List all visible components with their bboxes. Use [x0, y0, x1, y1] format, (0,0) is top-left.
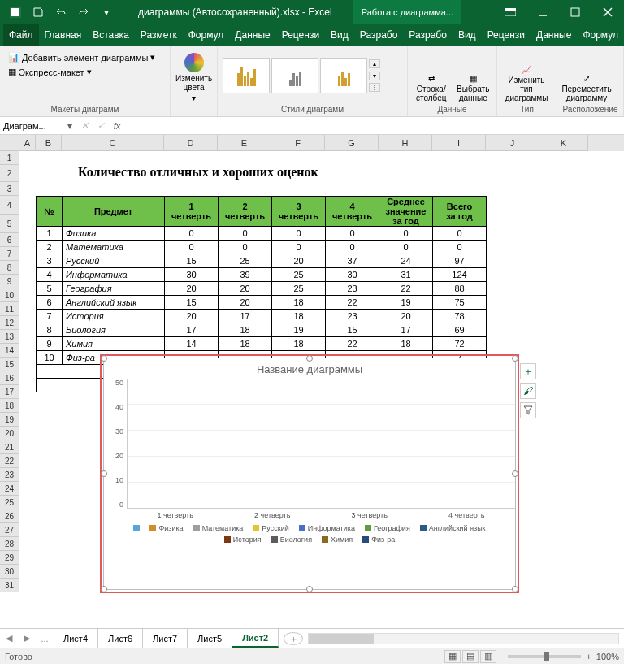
tab-формул[interactable]: Формул — [577, 24, 624, 46]
table-cell[interactable]: 8 — [37, 323, 63, 337]
ribbon-display-icon[interactable] — [494, 0, 526, 24]
table-cell[interactable]: Биология — [63, 323, 165, 337]
row-header[interactable]: 6 — [0, 233, 20, 247]
table-cell[interactable]: 0 — [433, 227, 487, 241]
column-header[interactable]: I — [432, 135, 486, 151]
column-headers[interactable]: ABCDEFGHIJK — [0, 135, 624, 151]
qat-dropdown-icon[interactable]: ▾ — [96, 2, 117, 22]
column-header[interactable]: E — [218, 135, 271, 151]
sheet-tab[interactable]: Лист4 — [54, 629, 98, 648]
table-cell[interactable]: 0 — [379, 241, 433, 254]
zoom-out-icon[interactable]: − — [498, 652, 503, 661]
row-header[interactable]: 7 — [0, 247, 20, 261]
name-box-dropdown-icon[interactable]: ▾ — [63, 117, 76, 134]
table-header-cell[interactable]: Предмет — [63, 197, 165, 227]
select-data-button[interactable]: ▦Выбрать данные — [455, 49, 492, 102]
table-cell[interactable]: 0 — [272, 241, 326, 254]
quick-layout-button[interactable]: ▦Экспресс-макет ▾ — [5, 65, 95, 79]
table-cell[interactable]: История — [63, 310, 165, 323]
table-cell[interactable]: 10 — [37, 351, 63, 365]
table-cell[interactable]: 15 — [326, 323, 379, 337]
row-header[interactable]: 2 — [0, 165, 20, 182]
row-header[interactable]: 14 — [0, 344, 20, 358]
table-cell[interactable]: География — [63, 282, 165, 296]
fx-icon[interactable]: fx — [109, 117, 125, 134]
table-cell[interactable]: 78 — [433, 310, 487, 323]
table-cell[interactable]: 3 — [37, 254, 63, 268]
row-header[interactable]: 25 — [0, 496, 20, 509]
sheets-overflow-icon[interactable]: ... — [36, 634, 54, 644]
row-header[interactable]: 4 — [0, 196, 20, 215]
table-header-cell[interactable]: № — [37, 197, 63, 227]
table-header-cell[interactable]: Всегоза год — [433, 197, 487, 227]
change-chart-type-button[interactable]: 📈Изменить тип диаграммы — [502, 49, 551, 102]
table-cell[interactable]: 6 — [37, 296, 63, 310]
sheet-tab[interactable]: Лист7 — [143, 629, 188, 648]
table-cell[interactable]: 30 — [165, 268, 219, 282]
table-cell[interactable]: 4 — [37, 268, 63, 282]
ribbon-tab[interactable]: Разметк — [135, 24, 183, 46]
row-header[interactable]: 20 — [0, 427, 20, 440]
row-header[interactable]: 15 — [0, 358, 20, 371]
table-cell[interactable]: 0 — [165, 241, 219, 254]
row-header[interactable]: 17 — [0, 385, 20, 399]
minimize-icon[interactable] — [526, 0, 559, 24]
table-cell[interactable]: 22 — [326, 337, 379, 351]
ribbon-tab[interactable]: Формул — [183, 24, 230, 46]
table-header-cell[interactable]: 2четверть — [219, 197, 272, 227]
table-cell[interactable]: 72 — [433, 337, 487, 351]
table-cell[interactable]: 124 — [433, 268, 487, 282]
row-header[interactable]: 1 — [0, 151, 20, 165]
change-colors-button[interactable]: Изменить цвета ▾ — [176, 49, 212, 102]
table-cell[interactable]: 20 — [219, 282, 272, 296]
sheet-tab[interactable]: Лист2 — [232, 629, 279, 648]
sheet-tab[interactable]: Лист5 — [188, 629, 232, 648]
legend-item[interactable]: Английский язык — [420, 524, 486, 532]
table-cell[interactable]: 97 — [433, 254, 487, 268]
table-cell[interactable]: 20 — [219, 296, 272, 310]
gallery-more-icon[interactable]: ⋮ — [369, 83, 380, 92]
page-break-view-icon[interactable]: ▥ — [480, 650, 496, 663]
cancel-formula-icon[interactable]: ✕ — [76, 117, 93, 134]
ribbon-tab[interactable]: Вид — [325, 24, 354, 46]
table-cell[interactable]: 2 — [37, 241, 63, 254]
gallery-down-icon[interactable]: ▾ — [369, 72, 380, 80]
gallery-up-icon[interactable]: ▴ — [369, 59, 380, 68]
row-header[interactable]: 24 — [0, 482, 20, 496]
legend-item[interactable]: Русский — [253, 524, 288, 532]
close-icon[interactable] — [592, 0, 624, 24]
table-cell[interactable]: Информатика — [63, 268, 165, 282]
table-cell[interactable]: 69 — [433, 323, 487, 337]
row-header[interactable]: 22 — [0, 454, 20, 468]
column-header[interactable]: H — [379, 135, 432, 151]
move-chart-button[interactable]: ⤢Переместить диаграмму — [562, 49, 611, 102]
select-all-corner[interactable] — [0, 135, 20, 151]
table-cell[interactable]: 22 — [379, 282, 433, 296]
table-cell[interactable]: 20 — [165, 282, 219, 296]
table-cell[interactable]: 24 — [379, 254, 433, 268]
table-cell[interactable]: Английский язык — [63, 296, 165, 310]
table-cell[interactable]: 25 — [272, 282, 326, 296]
table-cell[interactable]: 0 — [219, 227, 272, 241]
tab-разрабо[interactable]: Разрабо — [403, 24, 453, 46]
legend-item[interactable]: Химия — [322, 535, 353, 544]
ribbon-tab[interactable]: Рецензи — [276, 24, 325, 46]
table-header-cell[interactable]: 1четверть — [165, 197, 219, 227]
table-cell[interactable]: 75 — [433, 296, 487, 310]
table-cell[interactable]: 18 — [379, 337, 433, 351]
ribbon-tab[interactable]: Вставка — [87, 24, 135, 46]
undo-icon[interactable] — [50, 2, 72, 22]
chart-legend[interactable]: ФизикаМатематикаРусскийИнформатикаГеогра… — [104, 519, 515, 547]
table-cell[interactable]: 0 — [272, 227, 326, 241]
table-cell[interactable]: 23 — [326, 282, 379, 296]
chart-filters-button[interactable] — [520, 402, 536, 418]
legend-item[interactable]: Физ-ра — [362, 535, 395, 544]
column-header[interactable]: J — [486, 135, 540, 151]
sheet-nav-next-icon[interactable]: ▶ — [18, 633, 36, 644]
row-header[interactable]: 30 — [0, 565, 20, 579]
redo-icon[interactable] — [73, 2, 94, 22]
table-cell[interactable]: 18 — [219, 323, 272, 337]
chart-elements-button[interactable]: ＋ — [520, 363, 536, 379]
column-header[interactable]: D — [164, 135, 218, 151]
zoom-slider[interactable] — [508, 655, 581, 658]
